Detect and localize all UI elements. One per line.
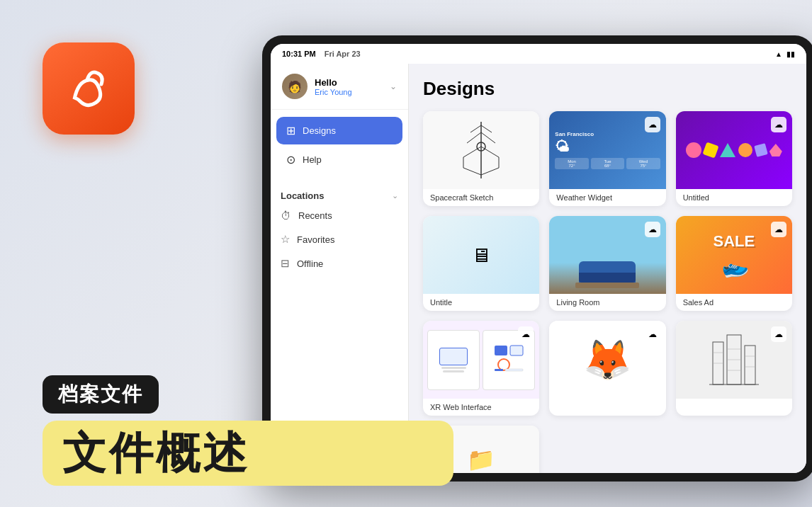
main-content: Designs: [409, 64, 806, 473]
help-circle-icon: ⊙: [286, 153, 295, 166]
svg-rect-16: [505, 369, 523, 371]
star-icon: ☆: [281, 233, 290, 246]
weather-cloud-badge: ☁: [645, 117, 660, 132]
battery-icon: ▮▮: [786, 50, 795, 58]
svg-line-1: [470, 125, 481, 132]
status-icons: ▲ ▮▮: [775, 50, 795, 58]
weather-thumbnail: ☁ San Francisco 🌤 Mon72° Tue68° Wed75°: [549, 111, 665, 189]
design-card-sale[interactable]: ☁ SALE 👟 Sales Ad: [676, 216, 792, 311]
svg-line-3: [467, 132, 481, 143]
svg-rect-15: [495, 369, 503, 371]
nav-item-designs[interactable]: ⊞ Designs: [276, 117, 402, 144]
design-card-spacecraft[interactable]: Spacecraft Sketch: [423, 111, 539, 206]
svg-line-6: [481, 147, 499, 157]
3d-cloud-badge: ☁: [771, 117, 786, 132]
clock-icon: ⏱: [281, 210, 291, 222]
svg-line-2: [481, 125, 492, 132]
design-card-living[interactable]: ☁ Living Room: [549, 216, 665, 311]
design-card-untitled2[interactable]: 🖥 Untitle: [423, 216, 539, 311]
svg-rect-13: [510, 346, 523, 355]
svg-line-4: [481, 132, 495, 143]
xr-cloud-badge: ☁: [518, 326, 534, 342]
user-chevron-icon: ⌄: [390, 81, 397, 91]
status-bar: 10:31 PM Fri Apr 23 ▲ ▮▮: [271, 44, 806, 64]
location-item-recents[interactable]: ⏱ Recents: [271, 204, 408, 227]
sale-cloud-badge: ☁: [771, 222, 786, 237]
design-card-bear[interactable]: ☁ 🦊: [549, 321, 665, 416]
favorites-label: Favorites: [297, 234, 334, 245]
hello-label: Hello: [315, 77, 352, 88]
living-cloud-badge: ☁: [645, 222, 660, 237]
designs-page-title: Designs: [423, 78, 792, 100]
svg-rect-19: [745, 346, 755, 384]
arch-cloud-badge: ☁: [771, 326, 786, 342]
avatar: 🧑: [282, 74, 308, 99]
arch-label: [676, 399, 792, 407]
location-item-offline[interactable]: ⊟ Offline: [271, 251, 408, 275]
svg-line-10: [481, 168, 499, 175]
svg-line-5: [463, 147, 481, 157]
untitled2-label: Untitle: [423, 294, 539, 311]
overlay-tag: 档案文件: [43, 375, 159, 414]
help-label: Help: [303, 154, 322, 165]
bear-thumbnail: ☁ 🦊: [549, 321, 665, 399]
nav-item-help[interactable]: ⊙ Help: [276, 146, 402, 173]
spacecraft-thumbnail: [423, 111, 539, 189]
untitled2-thumbnail: 🖥: [423, 216, 539, 294]
weather-label: Weather Widget: [549, 189, 665, 206]
designs-grid: Spacecraft Sketch ☁ San Francisco 🌤 Mon7…: [423, 111, 792, 473]
designs-grid-icon: ⊞: [286, 124, 295, 137]
recents-label: Recents: [298, 210, 332, 221]
living-label: Living Room: [549, 294, 665, 311]
user-info: 🧑 Hello Eric Young: [282, 74, 352, 99]
svg-line-9: [463, 168, 481, 175]
app-icon: [43, 42, 135, 135]
locations-section-header[interactable]: Locations ⌄: [271, 183, 408, 204]
bear-cloud-badge: ☁: [645, 326, 660, 342]
locations-title: Locations: [281, 190, 324, 201]
user-name: Eric Young: [315, 88, 352, 96]
offline-label: Offline: [297, 258, 323, 269]
bear-label: [549, 399, 665, 407]
status-date: Fri Apr 23: [325, 50, 361, 58]
design-card-arch[interactable]: ☁: [676, 321, 792, 416]
design-card-weather[interactable]: ☁ San Francisco 🌤 Mon72° Tue68° Wed75°: [549, 111, 665, 206]
svg-point-14: [498, 359, 509, 370]
sale-label: Sales Ad: [676, 294, 792, 311]
wifi-icon: ▲: [775, 50, 782, 58]
living-thumbnail: ☁: [549, 216, 665, 294]
untitled1-label: Untitled: [676, 189, 792, 206]
sale-thumbnail: ☁ SALE 👟: [676, 216, 792, 294]
svg-rect-12: [495, 346, 507, 355]
status-time: 10:31 PM: [282, 50, 316, 58]
overlay-desc: 文件概述: [43, 421, 453, 486]
user-section[interactable]: 🧑 Hello Eric Young ⌄: [271, 64, 408, 110]
design-card-untitled1[interactable]: ☁ Untitled: [676, 111, 792, 206]
printer-icon: ⊟: [281, 257, 290, 270]
user-text: Hello Eric Young: [315, 77, 352, 96]
folder-icon: 📁: [467, 446, 495, 473]
designs-label: Designs: [303, 125, 336, 136]
3d-thumbnail: ☁: [676, 111, 792, 189]
sale-text: SALE: [713, 232, 755, 251]
overlay-area: 档案文件 文件概述: [43, 375, 453, 486]
nav-section: ⊞ Designs ⊙ Help: [271, 110, 408, 181]
locations-chevron-icon: ⌄: [392, 191, 398, 200]
location-item-favorites[interactable]: ☆ Favorites: [271, 227, 408, 251]
spacecraft-label: Spacecraft Sketch: [423, 189, 539, 206]
arch-thumbnail: ☁: [676, 321, 792, 399]
